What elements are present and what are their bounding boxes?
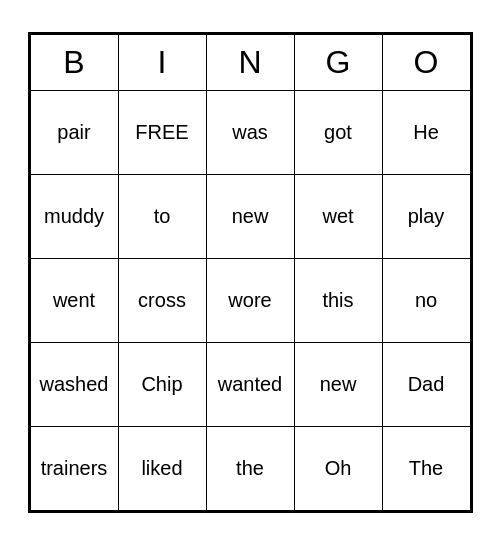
cell-r1-c3: wet xyxy=(294,174,382,258)
header-g: G xyxy=(294,34,382,90)
header-b: B xyxy=(30,34,118,90)
cell-r3-c2: wanted xyxy=(206,342,294,426)
cell-r4-c4: The xyxy=(382,426,470,510)
cell-r3-c3: new xyxy=(294,342,382,426)
cell-r3-c1: Chip xyxy=(118,342,206,426)
cell-r0-c1: FREE xyxy=(118,90,206,174)
cell-r4-c3: Oh xyxy=(294,426,382,510)
table-row: pairFREEwasgotHe xyxy=(30,90,470,174)
header-n: N xyxy=(206,34,294,90)
table-row: wentcrossworethisno xyxy=(30,258,470,342)
cell-r2-c1: cross xyxy=(118,258,206,342)
bingo-body: pairFREEwasgotHemuddytonewwetplaywentcro… xyxy=(30,90,470,510)
cell-r3-c4: Dad xyxy=(382,342,470,426)
cell-r0-c0: pair xyxy=(30,90,118,174)
cell-r3-c0: washed xyxy=(30,342,118,426)
cell-r2-c0: went xyxy=(30,258,118,342)
bingo-table: B I N G O pairFREEwasgotHemuddytonewwetp… xyxy=(30,34,471,511)
cell-r2-c4: no xyxy=(382,258,470,342)
cell-r1-c4: play xyxy=(382,174,470,258)
bingo-card: B I N G O pairFREEwasgotHemuddytonewwetp… xyxy=(28,32,473,513)
header-row: B I N G O xyxy=(30,34,470,90)
cell-r2-c2: wore xyxy=(206,258,294,342)
header-i: I xyxy=(118,34,206,90)
cell-r1-c0: muddy xyxy=(30,174,118,258)
cell-r2-c3: this xyxy=(294,258,382,342)
cell-r1-c1: to xyxy=(118,174,206,258)
header-o: O xyxy=(382,34,470,90)
cell-r4-c1: liked xyxy=(118,426,206,510)
cell-r0-c4: He xyxy=(382,90,470,174)
cell-r1-c2: new xyxy=(206,174,294,258)
cell-r0-c2: was xyxy=(206,90,294,174)
table-row: washedChipwantednewDad xyxy=(30,342,470,426)
cell-r4-c0: trainers xyxy=(30,426,118,510)
cell-r0-c3: got xyxy=(294,90,382,174)
cell-r4-c2: the xyxy=(206,426,294,510)
table-row: muddytonewwetplay xyxy=(30,174,470,258)
table-row: trainerslikedtheOhThe xyxy=(30,426,470,510)
